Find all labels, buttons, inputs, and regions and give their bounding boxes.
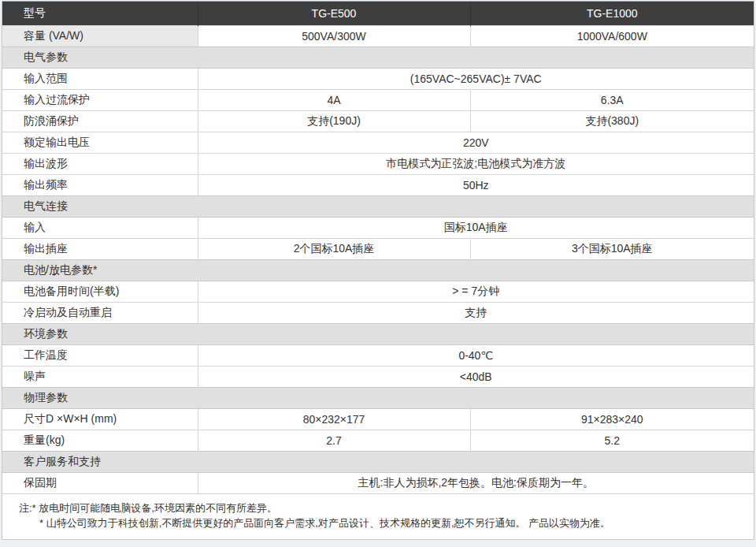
spec-row: 电池备用时间(半载)> = 7分钟: [2, 281, 754, 302]
row-value-tg-e1000: 91×283×240: [470, 408, 754, 430]
header-model-tg-e500: TG-E500: [198, 2, 470, 25]
row-label: 噪声: [2, 366, 198, 387]
row-label: 电池备用时间(半载): [2, 281, 198, 302]
row-value-tg-e500: 500VA/300W: [198, 25, 470, 47]
spec-row: 输出插座2个国标10A插座3个国标10A插座: [2, 238, 754, 259]
section-title: 物理参数: [2, 387, 754, 408]
row-value-both-models: 支持: [198, 302, 754, 323]
spec-sheet: 型号 TG-E500 TG-E1000 容量 (VA/W)500VA/300W1…: [2, 1, 754, 540]
row-value-tg-e500: 80×232×177: [198, 408, 470, 430]
section-title: 电池/放电参数*: [2, 259, 754, 281]
row-value-tg-e1000: 1000VA/600W: [470, 25, 754, 47]
spec-row: 容量 (VA/W)500VA/300W1000VA/600W: [2, 25, 754, 47]
spec-row: 噪声<40dB: [2, 366, 754, 387]
spec-row: 保固期主机:非人为损坏,2年包换。电池:保质期为一年。: [2, 472, 754, 493]
row-value-both-models: (165VAC~265VAC)± 7VAC: [198, 68, 754, 89]
row-label: 工作温度: [2, 344, 198, 366]
row-label: 输出插座: [2, 238, 198, 259]
spec-row: 输出波形市电模式为正弦波;电池模式为准方波: [2, 153, 754, 174]
spec-row: 输入范围(165VAC~265VAC)± 7VAC: [2, 68, 754, 89]
row-value-both-models: > = 7分钟: [198, 281, 754, 302]
section-row: 电气连接: [2, 195, 754, 217]
row-value-both-models: 主机:非人为损坏,2年包换。电池:保质期为一年。: [198, 472, 754, 493]
spec-row: 输入国标10A插座: [2, 217, 754, 238]
footnote-line-1: 注:* 放电时间可能随电脑设备,环境因素的不同有所差异。: [19, 500, 741, 515]
row-value-both-models: 0-40℃: [198, 344, 754, 366]
section-row: 物理参数: [2, 387, 754, 408]
header-model-tg-e1000: TG-E1000: [470, 2, 754, 25]
row-label: 额定输出电压: [2, 132, 198, 153]
spec-row: 额定输出电压220V: [2, 132, 754, 153]
row-label: 输出频率: [2, 174, 198, 195]
spec-row: 防浪涌保护支持(190J)支持(380J): [2, 110, 754, 132]
row-label: 尺寸D ×W×H (mm): [2, 408, 198, 430]
row-label: 容量 (VA/W): [2, 25, 198, 47]
row-label: 防浪涌保护: [2, 110, 198, 132]
section-row: 环境参数: [2, 323, 754, 344]
row-label: 输入: [2, 217, 198, 238]
row-label: 冷启动及自动重启: [2, 302, 198, 323]
section-title: 电气参数: [2, 47, 754, 68]
row-label: 保固期: [2, 472, 198, 493]
row-label: 输入过流保护: [2, 89, 198, 110]
row-value-tg-e500: 2.7: [198, 430, 470, 451]
section-row: 电池/放电参数*: [2, 259, 754, 281]
spec-row: 尺寸D ×W×H (mm)80×232×17791×283×240: [2, 408, 754, 430]
spec-row: 工作温度0-40℃: [2, 344, 754, 366]
row-value-tg-e1000: 3个国标10A插座: [470, 238, 754, 259]
row-value-tg-e1000: 支持(380J): [470, 110, 754, 132]
spec-row: 冷启动及自动重启支持: [2, 302, 754, 323]
row-value-tg-e1000: 6.3A: [470, 89, 754, 110]
table-header-row: 型号 TG-E500 TG-E1000: [2, 2, 754, 25]
section-title: 电气连接: [2, 195, 754, 217]
row-label: 输出波形: [2, 153, 198, 174]
footnotes: 注:* 放电时间可能随电脑设备,环境因素的不同有所差异。 * 山特公司致力于科技…: [2, 493, 754, 539]
row-label: 重量(kg): [2, 430, 198, 451]
section-title: 客户服务和支持: [2, 451, 754, 472]
row-value-both-models: 市电模式为正弦波;电池模式为准方波: [198, 153, 754, 174]
row-value-both-models: 国标10A插座: [198, 217, 754, 238]
spec-row: 输入过流保护4A6.3A: [2, 89, 754, 110]
header-model-label: 型号: [2, 2, 198, 25]
spec-row: 重量(kg)2.75.2: [2, 430, 754, 451]
section-row: 电气参数: [2, 47, 754, 68]
row-value-tg-e500: 2个国标10A插座: [198, 238, 470, 259]
row-value-tg-e500: 4A: [198, 89, 470, 110]
row-label: 输入范围: [2, 68, 198, 89]
section-row: 客户服务和支持: [2, 451, 754, 472]
footnote-line-2: * 山特公司致力于科技创新,不断提供更好的产品面向客户需求,对产品设计、技术规格…: [19, 515, 741, 530]
spec-row: 输出频率50Hz: [2, 174, 754, 195]
section-title: 环境参数: [2, 323, 754, 344]
row-value-tg-e1000: 5.2: [470, 430, 754, 451]
row-value-both-models: 220V: [198, 132, 754, 153]
row-value-both-models: <40dB: [198, 366, 754, 387]
row-value-both-models: 50Hz: [198, 174, 754, 195]
spec-table: 型号 TG-E500 TG-E1000 容量 (VA/W)500VA/300W1…: [2, 2, 754, 493]
row-value-tg-e500: 支持(190J): [198, 110, 470, 132]
